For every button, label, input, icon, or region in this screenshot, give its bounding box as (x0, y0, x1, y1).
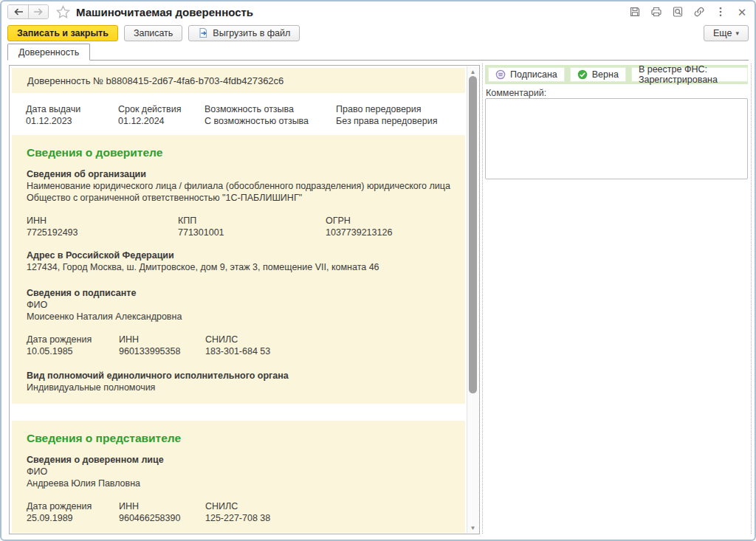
person-header: Сведения о доверенном лице (27, 454, 450, 466)
app-window: Машиночитаемая доверенность (0, 0, 756, 541)
rep-birthdate: Дата рождения 25.09.1989 (27, 500, 119, 524)
page-title: Машиночитаемая доверенность (76, 6, 253, 18)
org-inn: ИНН 7725192493 (27, 215, 178, 238)
more-button[interactable]: Еще ▾ (704, 25, 749, 41)
status-badge-valid: Верна (570, 67, 626, 82)
print-icon[interactable] (650, 5, 663, 18)
principal-section: Сведения о доверителе Сведения об органи… (12, 135, 465, 404)
scroll-up-icon[interactable]: ▲ (467, 66, 478, 77)
signer-fio: Моисеенко Наталия Александровна (27, 311, 450, 323)
check-icon (577, 69, 588, 80)
principal-section-title: Сведения о доверителе (27, 146, 450, 159)
scrollbar-thumb[interactable] (469, 76, 477, 393)
kebab-menu-icon[interactable] (714, 5, 727, 18)
signer-inn: ИНН 960133995358 (119, 334, 205, 357)
title-bar: Машиночитаемая доверенность (1, 1, 755, 22)
status-badge-fns-registered: В реестре ФНС: Зарегистрирована (631, 67, 748, 82)
signer-snils: СНИЛС 183-301-684 53 (205, 334, 270, 357)
org-ogrn: ОГРН 1037739213126 (326, 215, 392, 238)
powers-header: Вид полномочий единоличного исполнительн… (27, 370, 450, 382)
preview-icon[interactable] (671, 5, 684, 18)
signer-fio-label: ФИО (27, 299, 450, 311)
chevron-down-icon: ▾ (735, 30, 739, 37)
id-label: ОГРН (326, 215, 392, 227)
rep-inn: ИНН 960466258390 (119, 500, 205, 524)
export-file-button[interactable]: Выгрузить в файл (188, 25, 300, 41)
representative-section-title: Сведения о представителе (27, 432, 450, 445)
id-value: 960133995358 (119, 345, 205, 357)
id-value: 7725192493 (27, 227, 178, 238)
meta-value: 01.12.2024 (118, 115, 205, 127)
powers-value: Индивидуальные полномочия (27, 382, 450, 393)
meta-label: Срок действия (118, 103, 205, 115)
comment-input[interactable] (485, 98, 748, 179)
vertical-scrollbar[interactable]: ▲ ▼ (467, 66, 478, 533)
status-badge-label: Подписана (510, 69, 557, 80)
id-value: 25.09.1989 (27, 512, 119, 524)
favorite-star-icon[interactable] (56, 5, 70, 18)
org-kpp: КПП 771301001 (178, 215, 326, 238)
id-label: ИНН (27, 215, 178, 227)
document-scroll-area[interactable]: Доверенность № b8808415-2d67-4fa6-b703-4… (10, 66, 467, 533)
meta-label: Возможность отзыва (205, 103, 336, 115)
toolbar: Записать и закрыть Записать Выгрузить в … (1, 23, 755, 43)
org-name: Общество с ограниченной ответственностью… (27, 192, 450, 204)
id-label: Дата рождения (27, 500, 119, 512)
id-label: Дата рождения (27, 334, 119, 345)
id-value: 771301001 (178, 227, 326, 238)
forward-arrow-icon (33, 7, 44, 16)
id-value: 1037739213126 (326, 227, 392, 238)
rep-fio: Андреева Юлия Павловна (27, 478, 450, 489)
panel-splitter-left[interactable] (482, 63, 483, 534)
save-icon[interactable] (628, 5, 642, 18)
meta-label: Дата выдачи (26, 103, 118, 115)
representative-section: Сведения о представителе Сведения о дове… (12, 421, 465, 533)
id-value: 183-301-684 53 (205, 345, 270, 357)
link-icon[interactable] (693, 5, 706, 18)
id-label: СНИЛС (205, 500, 270, 512)
export-file-label: Выгрузить в файл (213, 28, 290, 38)
close-icon[interactable]: ✕ (735, 5, 749, 18)
id-value: 960466258390 (119, 512, 205, 524)
status-badge-signed: Подписана (488, 67, 565, 82)
tab-bar: Доверенность (7, 44, 749, 61)
meta-value: С возможностью отзыва (205, 115, 336, 127)
tab-doverennost[interactable]: Доверенность (7, 44, 90, 61)
panel-splitter-right[interactable] (751, 63, 752, 534)
more-label: Еще (713, 28, 732, 38)
id-value: 125-227-708 38 (205, 512, 270, 524)
address-header: Адрес в Российской Федерации (27, 249, 450, 261)
id-value: 10.05.1985 (27, 345, 119, 357)
save-close-button[interactable]: Записать и закрыть (7, 25, 118, 41)
status-strip: Подписана Верна В реестре ФНС: Зарегистр… (485, 65, 748, 84)
org-ids-row: ИНН 7725192493 КПП 771301001 ОГРН 103773… (27, 215, 450, 238)
back-arrow-icon (13, 7, 24, 16)
id-label: СНИЛС (205, 334, 270, 345)
id-label: ИНН (119, 500, 205, 512)
doc-number-band: Доверенность № b8808415-2d67-4fa6-b703-4… (12, 68, 465, 93)
address-value: 127434, Город Москва, ш. Дмитровское, до… (27, 261, 450, 273)
meta-value: 01.12.2023 (26, 115, 118, 127)
scroll-down-icon[interactable]: ▼ (467, 523, 478, 533)
rep-fio-label: ФИО (27, 466, 450, 478)
meta-substitution: Право передоверия Без права передоверия (336, 103, 437, 127)
doc-meta-row: Дата выдачи 01.12.2023 Срок действия 01.… (10, 103, 467, 127)
titlebar-icons: ✕ (628, 5, 749, 18)
org-header: Сведения об организации (27, 168, 450, 180)
back-button[interactable] (8, 5, 28, 18)
signer-ids-row: Дата рождения 10.05.1985 ИНН 96013399535… (27, 334, 450, 357)
status-badge-label: Верна (592, 69, 619, 80)
id-label: ИНН (119, 334, 205, 345)
status-badge-label: В реестре ФНС: Зарегистрирована (639, 64, 740, 85)
forward-button[interactable] (28, 5, 48, 18)
meta-valid-until: Срок действия 01.12.2024 (118, 103, 205, 127)
id-label: КПП (178, 215, 326, 227)
signer-header: Сведения о подписанте (27, 287, 450, 299)
save-button[interactable]: Записать (124, 25, 182, 41)
meta-value: Без права передоверия (336, 115, 437, 127)
signer-birthdate: Дата рождения 10.05.1985 (27, 334, 119, 357)
export-file-icon (198, 27, 209, 38)
document-panel: Доверенность № b8808415-2d67-4fa6-b703-4… (9, 65, 480, 534)
meta-issue-date: Дата выдачи 01.12.2023 (26, 103, 118, 127)
stamp-icon (495, 69, 506, 80)
